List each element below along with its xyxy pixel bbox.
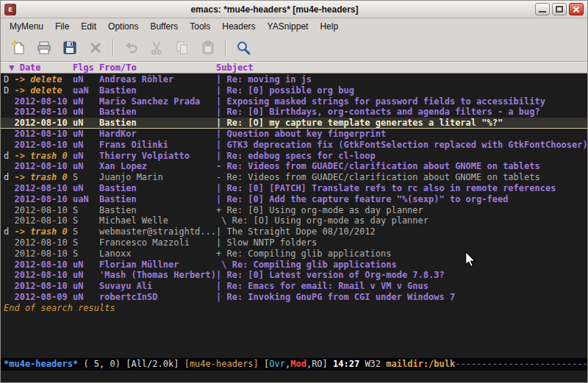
menu-item-options[interactable]: Options: [102, 19, 144, 34]
message-mark: [4, 270, 14, 280]
copy-icon: [174, 40, 190, 56]
message-row[interactable]: 2012-08-10 uN Bastien | Re: [0] [PATCH] …: [1, 183, 587, 194]
message-from: Suvayu Ali: [99, 281, 216, 291]
message-date: 2012-08-09: [14, 292, 72, 302]
maximize-button[interactable]: [552, 3, 567, 15]
message-row[interactable]: 2012-08-10 uN Bastien | Re: [0] Birthday…: [1, 107, 587, 118]
menu-item-buffers[interactable]: Buffers: [144, 19, 184, 34]
message-from: 'Mash (Thomas Herbert): [99, 270, 216, 280]
menu-item-tools[interactable]: Tools: [184, 19, 216, 34]
message-row[interactable]: D -> delete uaN Bastien | Re: [0] possib…: [1, 85, 587, 96]
message-subject: GTK3 deprecation fix (GtkFontSelection r…: [226, 140, 587, 150]
message-row[interactable]: 2012-08-10 uN Florian Müllner \ Re: Comp…: [1, 259, 587, 271]
modeline-bracket-close: ]: [323, 359, 333, 369]
title-bar: ε emacs: *mu4e-headers* [mu4e-headers]: [1, 1, 587, 18]
message-row[interactable]: d -> trash 0 uN Thierry Volpiatto | Re: …: [1, 151, 587, 162]
thread-separator: |: [216, 96, 226, 107]
message-subject: Re: [0] Using org-mode as day planner: [226, 205, 423, 215]
message-from: Bastien: [99, 107, 216, 117]
message-subject: Re: [0] possible org bug: [226, 85, 354, 96]
save-button[interactable]: [58, 37, 82, 59]
message-row[interactable]: 2012-08-10 S Bastien + Re: [0] Using org…: [1, 205, 587, 216]
message-row[interactable]: d -> trash 0 S webmaster@straightd...| T…: [1, 226, 587, 237]
thread-separator: +: [216, 248, 226, 259]
message-subject: Re: Videos from GUADEC/clarification abo…: [226, 161, 539, 171]
message-date: -> trash 0: [14, 151, 72, 161]
menu-item-file[interactable]: File: [49, 19, 75, 34]
message-date: 2012-08-10: [14, 161, 72, 171]
message-from: Juanjo Marin: [99, 172, 216, 182]
message-row[interactable]: 2012-08-10 uN HardKor | Question about k…: [1, 129, 587, 140]
thread-separator: |: [216, 183, 226, 193]
message-date: 2012-08-10: [14, 96, 72, 107]
header-line[interactable]: ▼ Date Flgs From/To Subject: [1, 62, 587, 74]
message-row[interactable]: 2012-08-10 uN Xan Lopez - Re: Videos fro…: [1, 161, 587, 172]
message-row[interactable]: d -> trash 0 S Juanjo Marin - Re: Videos…: [1, 172, 587, 183]
thread-separator: |: [216, 292, 226, 302]
menu-item-yasnippet[interactable]: YASnippet: [262, 19, 315, 34]
menu-item-edit[interactable]: Edit: [75, 19, 102, 34]
paste-button[interactable]: [196, 37, 220, 59]
thread-separator: \: [216, 215, 232, 226]
message-flags: uN: [73, 140, 99, 150]
message-date: 2012-08-10: [14, 259, 72, 270]
modeline-window-id: W32: [365, 359, 386, 369]
message-row[interactable]: 2012-08-10 uN 'Mash (Thomas Herbert)| Re…: [1, 270, 587, 281]
message-row[interactable]: 2012-08-10 uN Suvayu Ali | Re: Emacs for…: [1, 281, 587, 292]
paste-icon: [200, 40, 216, 56]
thread-separator: |: [216, 129, 226, 139]
message-from: robertcInSD: [99, 292, 216, 302]
minimize-button[interactable]: [535, 3, 550, 15]
thread-separator: +: [216, 205, 226, 215]
message-date: 2012-08-10: [14, 194, 72, 204]
message-row[interactable]: D -> delete uN Andreas Röhler | Re: movi…: [1, 74, 587, 85]
message-date: 2012-08-10: [14, 270, 72, 280]
message-row[interactable]: 2012-08-10 uaN Bastien | Re: [0] Add the…: [1, 194, 587, 205]
print-button[interactable]: [32, 37, 56, 59]
buffer-area[interactable]: D -> delete uN Andreas Röhler | Re: movi…: [1, 74, 587, 358]
message-subject: Re: [0] Add the capture feature "%(sexp)…: [226, 194, 508, 204]
cut-button[interactable]: [145, 37, 168, 59]
thread-separator: |: [216, 85, 226, 96]
close-button[interactable]: [569, 3, 584, 15]
message-mark: [4, 96, 14, 107]
emacs-frame: ε emacs: *mu4e-headers* [mu4e-headers] M…: [0, 0, 588, 383]
close-buffer-button[interactable]: [84, 37, 107, 59]
thread-separator: -: [216, 172, 226, 182]
message-from: Bastien: [99, 85, 216, 96]
print-icon: [36, 40, 52, 56]
message-date: 2012-08-10: [14, 215, 72, 226]
message-flags: S: [73, 205, 99, 215]
modeline-time: 14:27: [333, 359, 365, 369]
message-flags: uN: [73, 129, 99, 139]
message-from: Michael Welle: [99, 215, 216, 226]
message-mark: [4, 205, 14, 215]
message-date: 2012-08-10: [14, 183, 72, 193]
thread-separator: -: [216, 161, 226, 171]
message-mark: [4, 118, 14, 128]
undo-button[interactable]: [119, 37, 143, 59]
message-mark: [4, 237, 14, 248]
message-row[interactable]: 2012-08-09 uN robertcInSD | Re: Invoking…: [1, 292, 587, 303]
message-date: -> delete: [14, 85, 72, 96]
thread-separator: |: [216, 151, 226, 161]
message-row[interactable]: 2012-08-10 uN Mario Sanchez Prada | Expo…: [1, 96, 587, 107]
message-row[interactable]: 2012-08-10 uN Bastien | Re: [O] my captu…: [1, 118, 587, 129]
copy-button[interactable]: [171, 37, 194, 59]
thread-separator: |: [216, 140, 226, 150]
new-file-button[interactable]: [7, 37, 30, 59]
message-row[interactable]: 2012-08-10 S Francesco Mazzoli | Slow NN…: [1, 237, 587, 248]
message-flags: uN: [73, 161, 99, 171]
modeline-dashes: ----------------------------------------…: [455, 359, 587, 369]
message-row[interactable]: 2012-08-10 S Lanoxx + Re: Compiling glib…: [1, 248, 587, 259]
search-button[interactable]: [232, 37, 255, 59]
menu-item-help[interactable]: Help: [314, 19, 344, 34]
message-mark: [4, 215, 14, 226]
menu-item-mymenu[interactable]: MyMenu: [4, 19, 49, 34]
message-row[interactable]: 2012-08-10 uN Frans Oilinki | GTK3 depre…: [1, 140, 587, 151]
message-mark: [4, 248, 14, 259]
menu-item-headers[interactable]: Headers: [216, 19, 261, 34]
message-subject: Re: moving in js: [226, 74, 312, 85]
message-from: Lanoxx: [99, 248, 216, 259]
message-row[interactable]: 2012-08-10 S Michael Welle \ Re: [O] Usi…: [1, 215, 587, 226]
